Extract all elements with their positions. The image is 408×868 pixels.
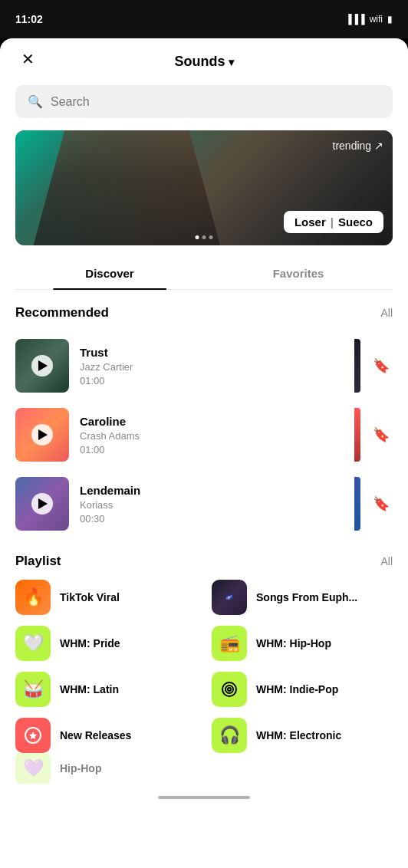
playlist-name-whm-indiepop: WHM: Indie-Pop — [256, 682, 338, 696]
header-title: Sounds ▾ — [175, 54, 234, 70]
track-item-trust[interactable]: Trust Jazz Cartier 01:00 🔖 — [15, 331, 393, 400]
tab-favorites[interactable]: Favorites — [204, 258, 393, 289]
home-indicator — [158, 796, 250, 799]
play-triangle-icon-3 — [38, 498, 48, 509]
playlist-item-whm-indiepop[interactable]: WHM: Indie-Pop — [212, 672, 393, 707]
playlist-icon-new-releases — [15, 718, 51, 753]
track-duration-lendemain: 00:30 — [80, 513, 359, 524]
dot-3 — [209, 235, 213, 239]
playlist-title: Playlist — [15, 554, 61, 569]
svg-point-1 — [225, 686, 233, 693]
playlist-item-songs-euph[interactable]: 🌌 Songs From Euph... — [212, 580, 393, 615]
playlist-item-whm-pride[interactable]: 🤍 WHM: Pride — [15, 626, 196, 661]
signal-icon: ▐▐▐ — [345, 14, 365, 25]
banner-dots — [196, 235, 213, 239]
banner-trending-label: trending ↗ — [333, 140, 383, 152]
playlist-all-button[interactable]: All — [380, 555, 393, 567]
search-icon: 🔍 — [28, 94, 43, 109]
track-side-caroline — [354, 408, 360, 462]
playlist-item-tiktok-viral[interactable]: 🔥 TikTok Viral — [15, 580, 196, 615]
play-button-caroline[interactable] — [31, 424, 53, 446]
recommended-title: Recommended — [15, 305, 109, 321]
wifi-icon: wifi — [370, 14, 383, 25]
dot-1 — [196, 235, 199, 239]
playlist-section: Playlist All 🔥 TikTok Viral 🌌 Songs From… — [0, 538, 408, 784]
indie-pop-icon — [220, 680, 239, 699]
track-list: Trust Jazz Cartier 01:00 🔖 Ca — [15, 331, 393, 538]
battery-icon: ▮ — [387, 14, 393, 25]
play-triangle-icon — [38, 360, 48, 371]
main-panel: ✕ Sounds ▾ 🔍 trending ↗ Loser | Sueco — [0, 38, 408, 868]
partial-icon-1: 💜 — [15, 753, 51, 784]
tab-discover[interactable]: Discover — [15, 258, 204, 289]
bookmark-button-trust[interactable]: 🔖 — [370, 354, 393, 377]
playlist-grid: 🔥 TikTok Viral 🌌 Songs From Euph... 🤍 WH… — [15, 580, 393, 753]
status-time: 11:02 — [15, 13, 43, 25]
play-button-trust[interactable] — [31, 355, 53, 376]
playlist-icon-whm-pride: 🤍 — [15, 626, 51, 661]
playlist-name-whm-electronic: WHM: Electronic — [256, 728, 341, 742]
chevron-down-icon: ▾ — [229, 56, 234, 68]
track-duration-caroline: 01:00 — [80, 444, 359, 455]
recommended-all-button[interactable]: All — [380, 307, 393, 319]
bottom-bar — [0, 784, 408, 805]
playlist-item-whm-latin[interactable]: 🥁 WHM: Latin — [15, 672, 196, 707]
play-button-lendemain[interactable] — [31, 493, 53, 515]
track-item-lendemain[interactable]: Lendemain Koriass 00:30 🔖 — [15, 469, 393, 538]
status-icons: ▐▐▐ wifi ▮ — [345, 14, 393, 25]
songs-euph-thumb: 🌌 — [212, 580, 247, 615]
playlist-icon-tiktok-viral: 🔥 — [15, 580, 51, 615]
playlist-icon-whm-indiepop — [212, 672, 247, 707]
playlist-name-whm-pride: WHM: Pride — [60, 636, 120, 650]
play-triangle-icon-2 — [38, 429, 48, 440]
svg-point-2 — [228, 688, 231, 691]
trending-banner[interactable]: trending ↗ Loser | Sueco — [15, 130, 393, 245]
track-duration-trust: 01:00 — [80, 375, 359, 386]
playlist-name-whm-latin: WHM: Latin — [60, 682, 119, 696]
track-thumb-caroline — [15, 408, 69, 462]
banner-track-name: Loser — [294, 215, 326, 229]
dot-2 — [202, 235, 206, 239]
track-name-lendemain: Lendemain — [80, 484, 359, 497]
playlist-icon-whm-latin: 🥁 — [15, 672, 51, 707]
playlist-icon-songs-euph: 🌌 — [212, 580, 247, 615]
track-info-lendemain: Lendemain Koriass 00:30 — [80, 484, 359, 524]
playlist-icon-whm-electronic: 🎧 — [212, 718, 247, 753]
track-side-trust — [354, 339, 360, 393]
track-artist-caroline: Crash Adams — [80, 430, 359, 442]
playlist-name-new-releases: New Releases — [60, 728, 131, 742]
new-releases-icon — [23, 725, 43, 745]
track-item-caroline[interactable]: Caroline Crash Adams 01:00 🔖 — [15, 400, 393, 469]
banner-track-label: Loser | Sueco — [284, 211, 383, 233]
playlist-name-whm-hiphop: WHM: Hip-Hop — [256, 636, 331, 650]
track-info-trust: Trust Jazz Cartier 01:00 — [80, 346, 359, 386]
playlist-name-tiktok-viral: TikTok Viral — [60, 590, 120, 604]
search-bar[interactable]: 🔍 — [15, 85, 393, 118]
status-bar: 11:02 ▐▐▐ wifi ▮ — [0, 0, 408, 38]
track-name-caroline: Caroline — [80, 415, 359, 428]
playlist-header: Playlist All — [15, 554, 393, 569]
playlist-item-new-releases[interactable]: New Releases — [15, 718, 196, 753]
svg-point-0 — [222, 682, 236, 696]
playlist-item-whm-hiphop[interactable]: 📻 WHM: Hip-Hop — [212, 626, 393, 661]
track-thumb-trust — [15, 339, 69, 393]
track-thumb-lendemain — [15, 477, 69, 531]
search-input[interactable] — [51, 95, 380, 109]
recommended-section: Recommended All Trust Jazz Cartier 01:00 — [0, 290, 408, 538]
tabs: Discover Favorites — [15, 258, 393, 290]
playlist-icon-whm-hiphop: 📻 — [212, 626, 247, 661]
bookmark-button-caroline[interactable]: 🔖 — [370, 423, 393, 446]
track-info-caroline: Caroline Crash Adams 01:00 — [80, 415, 359, 455]
track-name-trust: Trust — [80, 346, 359, 359]
partial-name-1: Hip-Hop — [60, 761, 101, 775]
playlist-item-whm-electronic[interactable]: 🎧 WHM: Electronic — [212, 718, 393, 753]
sounds-label: Sounds — [175, 54, 225, 70]
partial-row: 💜 Hip-Hop — [15, 753, 393, 784]
close-button[interactable]: ✕ — [18, 47, 38, 71]
banner-artist-name: Sueco — [338, 215, 373, 229]
bookmark-button-lendemain[interactable]: 🔖 — [370, 492, 393, 515]
banner-divider: | — [331, 215, 334, 229]
recommended-header: Recommended All — [15, 305, 393, 321]
playlist-name-songs-euph: Songs From Euph... — [256, 590, 357, 604]
track-artist-trust: Jazz Cartier — [80, 361, 359, 373]
